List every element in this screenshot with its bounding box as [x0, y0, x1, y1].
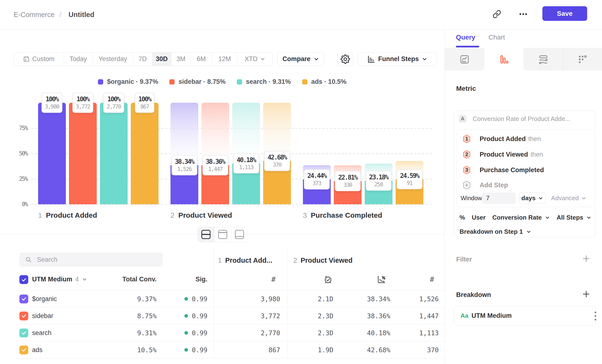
add-breakdown-button[interactable] [582, 290, 591, 298]
metric-ref-badge: A [459, 115, 466, 123]
column-header-total-conv[interactable]: Total Conv. [122, 276, 157, 283]
property-options-button[interactable] [593, 306, 598, 326]
tab-query[interactable]: Query [456, 33, 475, 41]
cell-avg-time: 2.3D [318, 312, 333, 320]
more-actions-button[interactable] [516, 6, 531, 22]
cell-sig: 0.99 [192, 329, 207, 336]
search-icon [25, 256, 32, 263]
legend-swatch [98, 79, 103, 85]
counting-method-select[interactable]: User [472, 214, 486, 221]
legend-item[interactable]: sidebar · 8.75% [169, 78, 226, 86]
insights-report-tab[interactable] [445, 48, 484, 71]
steps-scope-select[interactable]: All Steps [557, 214, 591, 221]
value-label-count: 3,980 [45, 103, 59, 110]
funnel-value-label: 100%3,980 [42, 93, 62, 113]
header-divider [536, 7, 536, 21]
row-name: search [32, 329, 52, 336]
step-name: Product Added [46, 211, 97, 219]
value-label-percent: 22.81% [338, 174, 357, 182]
kebab-dot [595, 311, 596, 313]
funnels-report-tab[interactable] [484, 48, 524, 71]
cell-step2-count: 1,447 [419, 312, 439, 320]
table-search[interactable] [19, 253, 163, 267]
tab-chart[interactable]: Chart [488, 33, 505, 41]
gridline-0 [31, 204, 434, 205]
funnels-icon [499, 54, 510, 65]
value-label-count: 867 [138, 103, 151, 110]
add-step-button[interactable]: Add Step [463, 181, 508, 189]
flows-report-tab[interactable] [524, 48, 563, 71]
value-label-percent: 24.59% [400, 172, 419, 180]
value-label-count: 2,770 [107, 103, 121, 110]
report-type-tabs [445, 48, 602, 71]
retention-report-tab[interactable] [563, 48, 602, 71]
step-then-label: then [528, 135, 541, 142]
save-button[interactable]: Save [542, 6, 587, 21]
funnel-bar[interactable] [38, 103, 66, 204]
funnel-bar[interactable] [131, 103, 159, 204]
window-unit-select[interactable]: days [519, 193, 546, 204]
legend-item[interactable]: ads · 10.5% [302, 78, 346, 86]
panel-step-name: Product Added [480, 135, 526, 142]
step-name: Purchase Completed [311, 211, 382, 219]
chevron-down-icon [538, 196, 543, 201]
table-row-divider [14, 341, 444, 342]
search-input[interactable] [37, 256, 157, 263]
count-column-icon[interactable]: # [271, 275, 276, 284]
funnel-value-label: 23.18%258 [366, 171, 391, 191]
step-badge-number: 2 [463, 150, 471, 159]
active-tab-underline [456, 46, 479, 47]
cell-sig: 0.99 [192, 346, 207, 353]
legend-item[interactable]: $organic · 9.37% [98, 78, 158, 86]
step-badge-number: 1 [463, 135, 471, 143]
funnel-step-label[interactable]: 1 Product Added [38, 211, 97, 219]
advanced-toggle[interactable]: Advanced [551, 194, 586, 202]
breakdown-table: 1 Product Add... 2 Product Viewed UTM Me… [0, 235, 444, 364]
breakdown-property-card[interactable]: Aa UTM Medium [454, 306, 596, 326]
legend-item[interactable]: search · 9.31% [237, 78, 291, 86]
value-label-percent: 100% [76, 95, 90, 103]
measurement-select[interactable]: Conversion Rate [492, 214, 550, 221]
value-label-count: 330 [338, 182, 357, 188]
copy-link-button[interactable] [489, 6, 505, 22]
window-label: Window [461, 195, 482, 202]
metric-name: Conversion Rate of Product Adde... [473, 115, 570, 123]
funnel-steps-card: 1 Product Added then 2 Product Viewed th… [456, 129, 594, 207]
funnel-step-label[interactable]: 3 Purchase Completed [303, 211, 382, 219]
table-divider [287, 248, 287, 358]
funnel-step-row-3[interactable]: 3 Purchase Completed [463, 166, 544, 174]
breadcrumb-project[interactable]: E-Commerce [14, 0, 54, 30]
add-filter-button[interactable] [582, 254, 591, 263]
window-value-input[interactable] [482, 193, 516, 204]
legend-swatch [169, 79, 175, 85]
table-group-header[interactable]: UTM Medium 4 [32, 276, 87, 283]
y-axis-tick: 50% [8, 150, 28, 157]
avg-time-column-icon[interactable] [323, 275, 333, 285]
funnel-step-row-2[interactable]: 2 Product Viewed then [463, 150, 543, 159]
funnel-value-label: 100%2,770 [103, 93, 124, 113]
group-by-label: UTM Medium [32, 276, 72, 283]
step-badge-2: 2 [463, 150, 471, 159]
significance-dot [184, 297, 188, 300]
funnel-step-label[interactable]: 2 Product Viewed [171, 211, 232, 219]
conv-rate-column-icon[interactable] [376, 275, 386, 285]
funnel-bar[interactable] [100, 103, 128, 204]
breakdown-on-select[interactable]: Breakdown on Step 1 [460, 228, 531, 236]
funnel-bar[interactable] [69, 103, 97, 204]
cell-avg-time: 1.9D [318, 346, 333, 353]
chart-legend: $organic · 9.37% sidebar · 8.75% search … [0, 78, 444, 86]
breadcrumb-report-title[interactable]: Untitled [68, 0, 94, 30]
row-checkbox[interactable] [19, 311, 28, 321]
metric-title-row[interactable]: A Conversion Rate of Product Adde... [459, 115, 570, 123]
row-checkbox[interactable] [19, 329, 28, 337]
count-column-icon[interactable]: # [430, 275, 434, 284]
cell-step2-count: 1,526 [419, 295, 439, 302]
top-bar: E-Commerce / Untitled Save [0, 0, 602, 30]
value-label-percent: 38.34% [175, 158, 194, 166]
column-header-sig[interactable]: Sig. [195, 276, 207, 283]
row-checkbox[interactable] [19, 346, 28, 354]
select-all-checkbox[interactable] [19, 275, 28, 284]
funnel-step-row-1[interactable]: 1 Product Added then [463, 135, 541, 143]
insights-icon [459, 54, 470, 65]
row-checkbox[interactable] [19, 295, 28, 303]
